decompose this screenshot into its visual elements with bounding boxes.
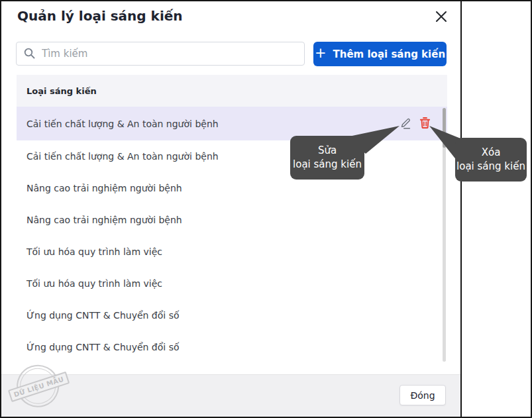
delete-tooltip: Xóa loại sáng kiến: [455, 138, 527, 182]
row-label: Nâng cao trải nghiệm người bệnh: [27, 183, 182, 193]
table-row[interactable]: Ứng dụng CNTT & Chuyển đổi số: [17, 299, 447, 331]
row-label: Tối ưu hóa quy trình làm việc: [27, 246, 162, 257]
table-row[interactable]: Tối ưu hóa quy trình làm việc: [17, 268, 447, 299]
row-label: Cải tiến chất lượng & An toàn người bệnh: [27, 151, 219, 162]
add-button-label: Thêm loại sáng kiến: [333, 48, 446, 60]
row-label: Tối ưu hóa quy trình làm việc: [27, 278, 162, 289]
search-icon: [24, 48, 35, 59]
row-label: Cải tiến chất lượng & An toàn người bệnh: [27, 119, 219, 129]
table-row[interactable]: Cải tiến chất lượng & An toàn người bệnh: [17, 107, 447, 140]
plus-icon: +: [315, 46, 327, 60]
trash-icon: [418, 116, 432, 132]
table-row[interactable]: Tối ưu hóa quy trình làm việc: [17, 236, 447, 268]
close-icon: [435, 11, 447, 25]
search-field-wrap: [16, 42, 305, 66]
close-modal-button[interactable]: Đóng: [399, 385, 446, 405]
row-label: Ứng dụng CNTT & Chuyển đổi số: [27, 342, 180, 352]
add-initiative-type-button[interactable]: + Thêm loại sáng kiến: [313, 42, 447, 66]
edit-tooltip: Sửa loại sáng kiến: [290, 136, 364, 180]
row-label: Nâng cao trải nghiệm người bệnh: [27, 215, 182, 225]
delete-button[interactable]: [417, 116, 433, 132]
pencil-icon: [398, 116, 413, 132]
row-label: Ứng dụng CNTT & Chuyển đổi số: [27, 310, 180, 321]
modal-manage-initiative-types: Quản lý loại sáng kiến + Thêm loại sáng …: [0, 0, 532, 418]
close-button[interactable]: [431, 7, 452, 28]
edit-tooltip-line2: loại sáng kiến: [293, 158, 362, 172]
scrollbar-thumb[interactable]: [443, 108, 446, 148]
edit-tooltip-line1: Sửa: [318, 144, 337, 158]
table-row[interactable]: Cải tiến chất lượng & An toàn người bệnh: [17, 140, 447, 172]
modal-right-border: [460, 0, 462, 418]
table-header-label: Loại sáng kiến: [27, 86, 97, 96]
table-row[interactable]: Nâng cao trải nghiệm người bệnh: [17, 172, 447, 204]
delete-tooltip-line1: Xóa: [482, 146, 501, 160]
table-row[interactable]: Nâng cao trải nghiệm người bệnh: [17, 204, 447, 236]
page-title: Quản lý loại sáng kiến: [17, 8, 183, 24]
table-row[interactable]: Ứng dụng CNTT & Chuyển đổi số: [17, 331, 447, 363]
search-input[interactable]: [16, 42, 305, 66]
table-header: Loại sáng kiến: [17, 75, 447, 107]
delete-tooltip-line2: loại sáng kiến: [456, 160, 525, 174]
edit-button[interactable]: [398, 116, 413, 132]
